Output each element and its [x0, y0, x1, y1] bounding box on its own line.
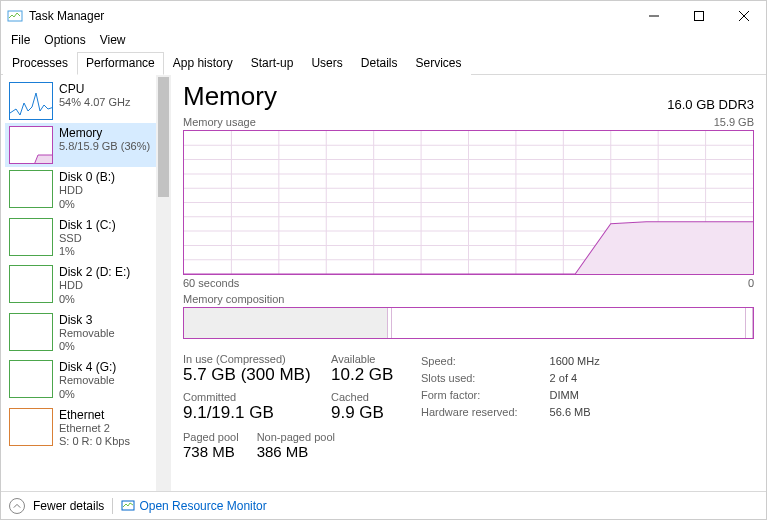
footer: Fewer details Open Resource Monitor — [1, 491, 766, 519]
tab-processes[interactable]: Processes — [3, 52, 77, 75]
paged-value: 738 MB — [183, 443, 239, 460]
menu-options[interactable]: Options — [38, 31, 91, 49]
tab-performance[interactable]: Performance — [77, 52, 164, 75]
sidebar-item-name: Memory — [59, 126, 150, 140]
cpu-thumb-chart — [9, 82, 53, 120]
menu-view[interactable]: View — [94, 31, 132, 49]
memory-thumb-chart — [9, 126, 53, 164]
sidebar-item-sub: 5.8/15.9 GB (36%) — [59, 140, 150, 154]
sidebar-item-disk1[interactable]: Disk 1 (C:)SSD1% — [5, 215, 161, 263]
disk2-thumb-chart — [9, 265, 53, 303]
usage-max: 15.9 GB — [714, 116, 754, 128]
memory-composition-bar[interactable] — [183, 307, 754, 339]
composition-seg-in-use — [184, 308, 388, 338]
sidebar-item-disk4[interactable]: Disk 4 (G:)Removable0% — [5, 357, 161, 405]
spec-speed-value: 1600 MHz — [550, 355, 600, 370]
scrollbar-thumb[interactable] — [158, 77, 169, 197]
tab-users[interactable]: Users — [302, 52, 351, 75]
sidebar-item-name: CPU — [59, 82, 131, 96]
paged-label: Paged pool — [183, 431, 239, 443]
eth-thumb-chart — [9, 408, 53, 446]
nonpaged-label: Non-paged pool — [257, 431, 335, 443]
usage-label: Memory usage — [183, 116, 256, 128]
spec-hwres-label: Hardware reserved: — [421, 406, 548, 421]
sidebar-item-name: Disk 0 (B:) — [59, 170, 115, 184]
app-icon — [7, 8, 23, 24]
axis-right: 0 — [748, 277, 754, 289]
spec-slots-label: Slots used: — [421, 372, 548, 387]
nonpaged-value: 386 MB — [257, 443, 335, 460]
sidebar-item-name: Disk 2 (D: E:) — [59, 265, 130, 279]
tab-startup[interactable]: Start-up — [242, 52, 303, 75]
window-title: Task Manager — [29, 9, 104, 23]
memory-usage-chart[interactable] — [183, 130, 754, 275]
tab-details[interactable]: Details — [352, 52, 407, 75]
composition-seg-free — [746, 308, 753, 338]
in-use-value: 5.7 GB (300 MB) — [183, 365, 313, 385]
composition-seg-standby — [392, 308, 746, 338]
spec-speed-label: Speed: — [421, 355, 548, 370]
tab-app-history[interactable]: App history — [164, 52, 242, 75]
cached-value: 9.9 GB — [331, 403, 401, 423]
sidebar-item-sub: Ethernet 2S: 0 R: 0 Kbps — [59, 422, 130, 450]
sidebar-item-sub: SSD1% — [59, 232, 116, 260]
sidebar-item-disk2[interactable]: Disk 2 (D: E:)HDD0% — [5, 262, 161, 310]
disk3-thumb-chart — [9, 313, 53, 351]
minimize-button[interactable] — [631, 1, 676, 31]
footer-separator — [112, 498, 113, 514]
menu-bar: File Options View — [1, 31, 766, 51]
committed-label: Committed — [183, 391, 313, 403]
open-resource-monitor-link[interactable]: Open Resource Monitor — [121, 499, 266, 513]
disk4-thumb-chart — [9, 360, 53, 398]
panel-title: Memory — [183, 81, 277, 112]
spec-slots-value: 2 of 4 — [550, 372, 600, 387]
spec-form-label: Form factor: — [421, 389, 548, 404]
available-label: Available — [331, 353, 401, 365]
maximize-button[interactable] — [676, 1, 721, 31]
sidebar-item-eth[interactable]: EthernetEthernet 2S: 0 R: 0 Kbps — [5, 405, 161, 453]
composition-label: Memory composition — [183, 293, 754, 305]
panel-summary: 16.0 GB DDR3 — [667, 97, 754, 112]
in-use-label: In use (Compressed) — [183, 353, 313, 365]
menu-file[interactable]: File — [5, 31, 36, 49]
spec-table: Speed:1600 MHz Slots used:2 of 4 Form fa… — [419, 353, 602, 423]
sidebar-item-sub: Removable0% — [59, 374, 116, 402]
sidebar-item-sub: 54% 4.07 GHz — [59, 96, 131, 110]
tab-bar: Processes Performance App history Start-… — [1, 51, 766, 75]
sidebar-item-disk0[interactable]: Disk 0 (B:)HDD0% — [5, 167, 161, 215]
performance-panel: Memory 16.0 GB DDR3 Memory usage 15.9 GB… — [171, 75, 766, 491]
sidebar-scrollbar[interactable] — [156, 75, 171, 491]
sidebar-item-name: Disk 1 (C:) — [59, 218, 116, 232]
fewer-details-button[interactable]: Fewer details — [33, 499, 104, 513]
tab-services[interactable]: Services — [406, 52, 470, 75]
disk1-thumb-chart — [9, 218, 53, 256]
disk0-thumb-chart — [9, 170, 53, 208]
sidebar-item-cpu[interactable]: CPU54% 4.07 GHz — [5, 79, 161, 123]
sidebar-item-name: Disk 3 — [59, 313, 115, 327]
svg-rect-2 — [694, 12, 703, 21]
spec-form-value: DIMM — [550, 389, 600, 404]
chevron-up-icon[interactable] — [9, 498, 25, 514]
spec-hwres-value: 56.6 MB — [550, 406, 600, 421]
sidebar-item-disk3[interactable]: Disk 3Removable0% — [5, 310, 161, 358]
axis-left: 60 seconds — [183, 277, 239, 289]
sidebar-item-name: Ethernet — [59, 408, 130, 422]
sidebar-item-memory[interactable]: Memory5.8/15.9 GB (36%) — [5, 123, 161, 167]
close-button[interactable] — [721, 1, 766, 31]
sidebar-item-sub: HDD0% — [59, 279, 130, 307]
available-value: 10.2 GB — [331, 365, 401, 385]
sidebar-item-sub: HDD0% — [59, 184, 115, 212]
sidebar: CPU54% 4.07 GHzMemory5.8/15.9 GB (36%)Di… — [1, 75, 171, 491]
resource-monitor-icon — [121, 499, 135, 513]
main-area: CPU54% 4.07 GHzMemory5.8/15.9 GB (36%)Di… — [1, 75, 766, 491]
committed-value: 9.1/19.1 GB — [183, 403, 313, 423]
sidebar-item-sub: Removable0% — [59, 327, 115, 355]
cached-label: Cached — [331, 391, 401, 403]
sidebar-item-name: Disk 4 (G:) — [59, 360, 116, 374]
title-bar: Task Manager — [1, 1, 766, 31]
